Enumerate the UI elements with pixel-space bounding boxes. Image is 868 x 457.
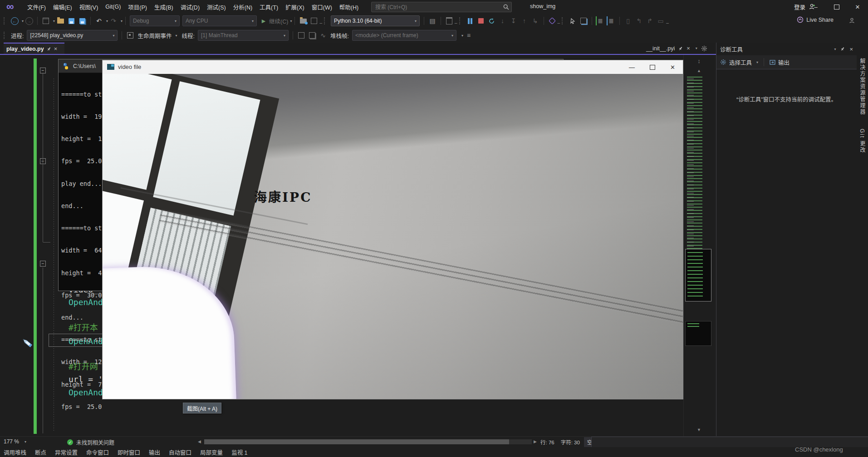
open-folder-icon[interactable] (57, 19, 64, 24)
restart-icon[interactable] (487, 16, 496, 25)
toolbar-grip[interactable] (459, 17, 461, 24)
panel-tab-exception-settings[interactable]: 异常设置 (55, 448, 78, 457)
menu-tools[interactable]: 工具(T) (256, 3, 282, 11)
panel-tab-call-stack[interactable]: 调用堆栈 (4, 448, 26, 457)
toolbar-grip[interactable] (4, 17, 6, 24)
fold-collapse-icon[interactable]: − (40, 261, 46, 267)
panel-tab-command-window[interactable]: 命令窗口 (86, 448, 109, 457)
thread-dropdown[interactable]: [1] MainThread▾ (198, 30, 289, 41)
minimize-icon[interactable]: – (805, 0, 826, 14)
solution-platform-dropdown[interactable]: Any CPU▾ (182, 15, 257, 26)
indent-list-icon[interactable]: ≣ (596, 16, 605, 25)
redo-icon[interactable]: ↷ (109, 16, 118, 25)
lifecycle-events-label[interactable]: 生命周期事件 (137, 31, 172, 40)
menu-build[interactable]: 生成(B) (151, 3, 177, 11)
next-bookmark-icon[interactable]: ↱ (645, 16, 654, 25)
sidebar-tab-git-changes[interactable]: Git 更改 (858, 129, 866, 154)
panel-tab-immediate-window[interactable]: 即时窗口 (118, 448, 140, 457)
sign-in-label[interactable]: 登录 (794, 3, 805, 11)
continue-play-icon[interactable]: ▶ (259, 16, 268, 25)
maximize-icon[interactable] (642, 60, 662, 74)
panel-tab-watch[interactable]: 监视 1 (231, 448, 247, 457)
tab-play-video[interactable]: play_video.py × (4, 43, 64, 54)
close-icon[interactable]: ✕ (662, 60, 683, 74)
video-title-bar[interactable]: video file — ✕ (103, 60, 683, 74)
solution-configuration-dropdown[interactable]: Debug▾ (130, 15, 180, 26)
feedback-icon[interactable] (848, 17, 855, 25)
pointer-mode-icon[interactable] (568, 16, 577, 25)
new-dropdown-chevron-icon[interactable]: ▾ (53, 19, 55, 23)
process-dropdown[interactable]: [22548] play_video.py▾ (27, 30, 118, 41)
column-indicator[interactable]: 字符: 30 (559, 438, 582, 446)
line-indicator[interactable]: 行: 76 (538, 438, 557, 446)
panel-tab-autos[interactable]: 自动窗口 (169, 448, 191, 457)
scroll-down-icon[interactable]: ▼ (684, 428, 714, 432)
video-window[interactable]: video file — ✕ 海康IPC (102, 60, 683, 399)
clear-bookmarks-icon[interactable]: ▭ (656, 16, 665, 25)
scroll-left-icon[interactable]: ◀ (198, 439, 201, 444)
menu-analyze[interactable]: 分析(N) (230, 3, 256, 11)
navigate-back-icon[interactable]: ← (11, 17, 19, 25)
scroll-up-icon[interactable]: ▲ (684, 68, 714, 73)
splitter-icon[interactable]: ↕ (684, 58, 714, 64)
minimize-icon[interactable]: — (622, 60, 642, 74)
step-over-icon[interactable]: ↧ (509, 16, 518, 25)
menu-project[interactable]: 项目(P) (124, 3, 151, 11)
step-out-icon[interactable]: ↑ (520, 16, 529, 25)
scroll-right-icon[interactable]: ▶ (534, 439, 537, 444)
menu-debug[interactable]: 调试(D) (177, 3, 203, 11)
navigate-forward-icon[interactable]: → (25, 17, 33, 25)
undo-icon[interactable]: ↶ (94, 16, 103, 25)
minimap-section[interactable] (685, 321, 711, 346)
show-threads-in-source-icon[interactable] (298, 32, 304, 39)
quick-search-box[interactable] (371, 2, 512, 12)
flag-threads-icon[interactable] (309, 32, 315, 39)
undo-dropdown-chevron-icon[interactable]: ▾ (106, 19, 108, 23)
horizontal-scrollbar[interactable] (204, 439, 532, 444)
menu-edit[interactable]: 编辑(E) (49, 3, 76, 11)
menu-file[interactable]: 文件(F) (24, 3, 49, 11)
lifecycle-events-icon[interactable] (127, 32, 133, 39)
debug-target-icon[interactable] (548, 16, 557, 25)
sidebar-tab-solution-explorer[interactable]: 解决方案资源管理器 (858, 58, 866, 115)
menu-window[interactable]: 窗口(W) (308, 3, 336, 11)
break-all-pause-icon[interactable] (468, 18, 472, 24)
pin-icon[interactable] (47, 47, 51, 51)
toolbar-overflow-icon[interactable]: ≡ (464, 31, 473, 40)
bookmark-icon[interactable]: ▯ (623, 16, 633, 25)
step-into-icon[interactable]: ↓ (498, 16, 507, 25)
search-input[interactable] (374, 3, 499, 11)
close-icon[interactable]: ✕ (847, 0, 868, 14)
diagnostics-title-bar[interactable]: 诊断工具 ▾ × (716, 43, 857, 55)
select-tool-button[interactable]: 选择工具 (729, 58, 752, 67)
lifecycle-dropdown-chevron-icon[interactable]: ▾ (176, 34, 177, 38)
back-dropdown-chevron-icon[interactable]: ▾ (22, 19, 24, 23)
menu-help[interactable]: 帮助(H) (336, 3, 362, 11)
gear-icon[interactable] (701, 45, 707, 52)
editor-minimap-scrollbar[interactable]: ↕ ▲ ▼ (683, 55, 714, 436)
select-tool-chevron-icon[interactable]: ▾ (756, 60, 758, 64)
previous-bookmark-icon[interactable]: ↰ (634, 16, 643, 25)
panel-tab-locals[interactable]: 局部变量 (200, 448, 223, 457)
toolbar-grip[interactable] (324, 17, 326, 24)
zoom-level-dropdown[interactable]: 177 %▾ (4, 438, 26, 445)
new-project-icon[interactable] (43, 18, 49, 24)
show-output-window-icon[interactable] (446, 17, 452, 24)
close-panel-icon[interactable]: × (849, 46, 853, 52)
package-icon[interactable]: ▤ (428, 16, 437, 25)
pin-icon[interactable] (678, 46, 683, 51)
tab-init-pyi[interactable]: __init__.pyi (646, 45, 675, 52)
restore-icon[interactable] (826, 0, 847, 14)
copy-stack-icon[interactable] (580, 18, 587, 24)
save-icon[interactable] (69, 18, 74, 24)
comment-list-icon[interactable]: ≣ (607, 16, 616, 25)
python-environment-dropdown[interactable]: Python 3.10 (64-bit)▾ (331, 15, 420, 26)
menu-test[interactable]: 测试(S) (203, 3, 230, 11)
toolbar-grip[interactable] (4, 32, 6, 39)
tab-list-chevron-icon[interactable]: ▾ (696, 46, 697, 50)
document-health-indicator[interactable]: ✓ 未找到相关问题 (67, 438, 114, 446)
panel-tab-output[interactable]: 输出 (149, 448, 160, 457)
redo-dropdown-chevron-icon[interactable]: ▾ (121, 19, 123, 23)
panel-tab-breakpoints[interactable]: 断点 (35, 448, 46, 457)
toggle-method-view-icon[interactable]: ∿ (319, 31, 328, 40)
